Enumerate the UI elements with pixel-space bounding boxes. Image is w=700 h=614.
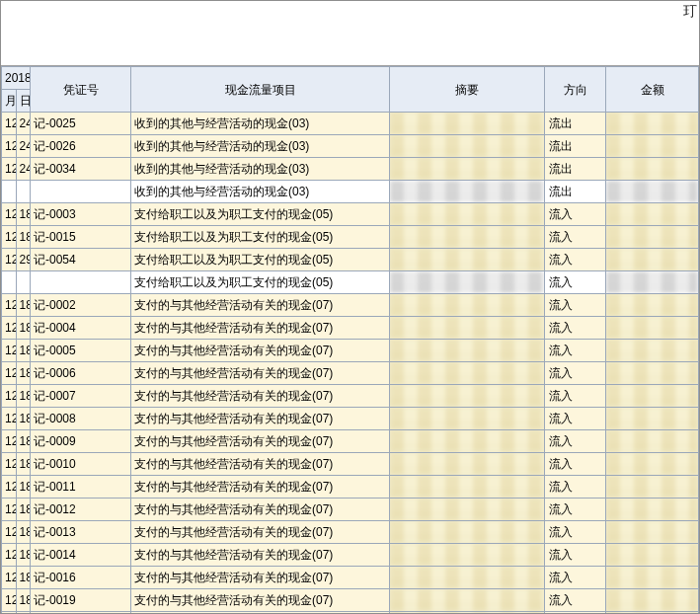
cell-direction: 流入 — [545, 294, 606, 317]
cell-day: 18 — [16, 567, 31, 589]
cell-cash-flow-item: 支付的与其他经营活动有关的现金(07) — [131, 567, 390, 589]
table-row[interactable]: 1218记-0011支付的与其他经营活动有关的现金(07)流入 — [2, 476, 699, 499]
cell-amount — [606, 135, 699, 158]
cell-direction: 流入 — [545, 317, 606, 340]
cell-day: 18 — [16, 294, 31, 317]
cell-day: 18 — [16, 544, 31, 567]
table-row[interactable]: 支付给职工以及为职工支付的现金(05)流入 — [2, 271, 699, 294]
cell-cash-flow-item: 支付给职工以及为职工支付的现金(05) — [131, 226, 390, 249]
table-row[interactable]: 1218记-0014支付的与其他经营活动有关的现金(07)流入 — [2, 544, 699, 567]
table-row[interactable]: 1218记-0004支付的与其他经营活动有关的现金(07)流入 — [2, 317, 699, 340]
cell-month: 12 — [2, 113, 17, 135]
table-row[interactable]: 1224记-0034收到的其他与经营活动的现金(03)流出 — [2, 158, 699, 181]
cell-month: 12 — [2, 226, 17, 249]
cell-amount — [606, 249, 699, 271]
cell-cash-flow-item: 支付的与其他经营活动有关的现金(07) — [131, 362, 390, 385]
table-row[interactable]: 1218记-0015支付给职工以及为职工支付的现金(05)流入 — [2, 226, 699, 249]
cell-amount — [606, 362, 699, 385]
th-amount[interactable]: 金额 — [606, 67, 699, 113]
table-row[interactable]: 1218记-0016支付的与其他经营活动有关的现金(07)流入 — [2, 567, 699, 589]
table-row[interactable]: 1218记-0006支付的与其他经营活动有关的现金(07)流入 — [2, 362, 699, 385]
cell-summary — [390, 340, 545, 362]
cell-voucher-no: 记-0003 — [31, 203, 131, 226]
cell-month: 12 — [2, 340, 17, 362]
cell-cash-flow-item: 支付给职工以及为职工支付的现金(05) — [131, 249, 390, 271]
cell-cash-flow-item: 支付的与其他经营活动有关的现金(07) — [131, 385, 390, 408]
table-row[interactable]: 收到的其他与经营活动的现金(03)流出 — [2, 181, 699, 203]
cell-summary — [390, 158, 545, 181]
cell-month: 12 — [2, 521, 17, 544]
cell-month: 12 — [2, 294, 17, 317]
cell-cash-flow-item: 支付的与其他经营活动有关的现金(07) — [131, 544, 390, 567]
cell-day: 18 — [16, 521, 31, 544]
cash-flow-table: 2018年 凭证号 现金流量项目 摘要 方向 金额 月 日 1224记-0025… — [1, 66, 699, 614]
cell-summary — [390, 113, 545, 135]
cell-cash-flow-item: 支付的与其他经营活动有关的现金(07) — [131, 499, 390, 521]
report-window: 玎 2018年 凭证号 现金流量项目 摘要 方向 金额 月 日 1224记-00… — [0, 0, 700, 614]
cell-day: 29 — [16, 249, 31, 271]
cell-voucher-no — [31, 271, 131, 294]
cell-direction: 流入 — [545, 203, 606, 226]
table-row[interactable]: 1224记-0025收到的其他与经营活动的现金(03)流出 — [2, 113, 699, 135]
cell-cash-flow-item: 支付的与其他经营活动有关的现金(07) — [131, 521, 390, 544]
cell-summary — [390, 294, 545, 317]
cell-month: 12 — [2, 430, 17, 453]
th-cash-flow-item[interactable]: 现金流量项目 — [131, 67, 390, 113]
table-row[interactable]: 1218记-0019支付的与其他经营活动有关的现金(07)流入 — [2, 589, 699, 612]
cell-day: 18 — [16, 203, 31, 226]
cell-amount — [606, 589, 699, 612]
cell-amount — [606, 408, 699, 430]
cell-summary — [390, 385, 545, 408]
table-row[interactable]: 1229记-0054支付给职工以及为职工支付的现金(05)流入 — [2, 249, 699, 271]
cell-direction: 流入 — [545, 249, 606, 271]
th-day[interactable]: 日 — [16, 90, 31, 113]
cell-day: 18 — [16, 408, 31, 430]
th-summary[interactable]: 摘要 — [390, 67, 545, 113]
cell-summary — [390, 430, 545, 453]
cell-month: 12 — [2, 249, 17, 271]
table-row[interactable]: 1218记-0007支付的与其他经营活动有关的现金(07)流入 — [2, 385, 699, 408]
table-row[interactable]: 1218记-0005支付的与其他经营活动有关的现金(07)流入 — [2, 340, 699, 362]
th-month[interactable]: 月 — [2, 90, 17, 113]
cell-day: 18 — [16, 385, 31, 408]
cell-voucher-no: 记-0026 — [31, 135, 131, 158]
table-header: 2018年 凭证号 现金流量项目 摘要 方向 金额 月 日 — [2, 67, 699, 113]
cell-direction: 流出 — [545, 113, 606, 135]
table-row[interactable]: 1218记-0013支付的与其他经营活动有关的现金(07)流入 — [2, 521, 699, 544]
cell-cash-flow-item: 收到的其他与经营活动的现金(03) — [131, 135, 390, 158]
cell-voucher-no: 记-0054 — [31, 249, 131, 271]
cell-amount — [606, 181, 699, 203]
cell-summary — [390, 203, 545, 226]
cell-voucher-no: 记-0007 — [31, 385, 131, 408]
cell-day: 24 — [16, 158, 31, 181]
cell-cash-flow-item: 支付的与其他经营活动有关的现金(07) — [131, 408, 390, 430]
table-row[interactable]: 1218记-0002支付的与其他经营活动有关的现金(07)流入 — [2, 294, 699, 317]
cell-direction: 流出 — [545, 158, 606, 181]
cell-direction: 流入 — [545, 271, 606, 294]
cell-day: 18 — [16, 430, 31, 453]
table-row[interactable]: 1218记-0008支付的与其他经营活动有关的现金(07)流入 — [2, 408, 699, 430]
cell-direction: 流入 — [545, 340, 606, 362]
th-direction[interactable]: 方向 — [545, 67, 606, 113]
cell-cash-flow-item: 支付的与其他经营活动有关的现金(07) — [131, 294, 390, 317]
cell-amount — [606, 226, 699, 249]
cell-amount — [606, 294, 699, 317]
cell-voucher-no: 记-0025 — [31, 113, 131, 135]
cell-summary — [390, 544, 545, 567]
table-row[interactable]: 1218记-0009支付的与其他经营活动有关的现金(07)流入 — [2, 430, 699, 453]
table-row[interactable]: 1224记-0026收到的其他与经营活动的现金(03)流出 — [2, 135, 699, 158]
cell-month: 12 — [2, 544, 17, 567]
cell-amount — [606, 430, 699, 453]
table-row[interactable]: 1218记-0003支付给职工以及为职工支付的现金(05)流入 — [2, 203, 699, 226]
cell-month: 12 — [2, 135, 17, 158]
cell-voucher-no: 记-0010 — [31, 453, 131, 476]
th-voucher-no[interactable]: 凭证号 — [31, 67, 131, 113]
cell-cash-flow-item: 支付的与其他经营活动有关的现金(07) — [131, 589, 390, 612]
th-year[interactable]: 2018年 — [2, 67, 31, 90]
table-row[interactable]: 1218记-0012支付的与其他经营活动有关的现金(07)流入 — [2, 499, 699, 521]
cell-day: 18 — [16, 453, 31, 476]
cell-day: 24 — [16, 113, 31, 135]
cell-day: 18 — [16, 362, 31, 385]
table-row[interactable]: 1218记-0010支付的与其他经营活动有关的现金(07)流入 — [2, 453, 699, 476]
cell-amount — [606, 476, 699, 499]
